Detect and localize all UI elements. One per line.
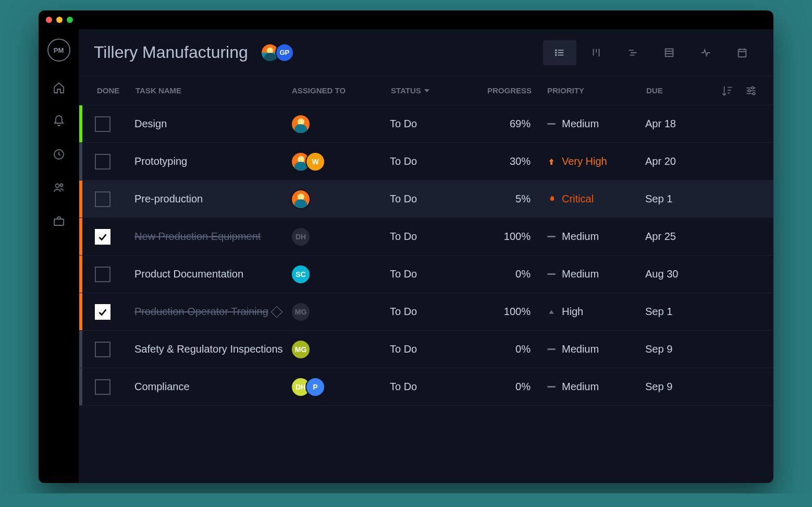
task-row[interactable]: New Production EquipmentDHTo Do100%Mediu… [79,218,773,256]
task-name[interactable]: Product Documentation [134,268,291,281]
view-tab-calendar[interactable] [725,40,759,65]
assignees[interactable]: DHP [291,377,390,397]
progress-cell[interactable]: 100% [473,306,546,318]
priority-cell[interactable]: Medium [546,343,645,355]
task-name[interactable]: Pre-production [134,192,291,206]
view-tab-activity[interactable] [689,40,722,65]
avatar[interactable] [291,114,311,134]
status-cell[interactable]: To Do [390,343,473,355]
task-name[interactable]: Safety & Regulatory Inspections [134,343,291,356]
priority-cell[interactable]: Medium [546,118,645,130]
view-tab-list[interactable] [543,40,576,65]
priority-cell[interactable]: Medium [546,268,645,280]
assignees[interactable]: DH [291,227,390,247]
col-header-task[interactable]: TASK NAME [136,86,292,95]
done-checkbox[interactable] [95,191,110,207]
assignees[interactable] [291,114,390,134]
due-cell[interactable]: Sep 9 [645,343,718,355]
due-cell[interactable]: Sep 9 [645,381,718,393]
task-row[interactable]: Production Operator TrainingMGTo Do100%H… [79,293,773,331]
avatar[interactable]: SC [291,264,311,284]
done-checkbox[interactable] [95,229,110,245]
progress-cell[interactable]: 0% [473,268,546,280]
avatar[interactable]: DH [291,227,311,247]
assignees[interactable] [291,189,390,209]
status-cell[interactable]: To Do [390,268,473,280]
due-cell[interactable]: Sep 1 [645,306,718,318]
progress-cell[interactable]: 0% [473,381,546,393]
col-header-assigned[interactable]: ASSIGNED TO [292,86,391,95]
view-tab-kanban[interactable] [580,40,613,65]
bell-icon[interactable] [52,114,66,128]
status-cell[interactable]: To Do [390,381,473,393]
people-icon[interactable] [52,180,66,195]
priority-cell[interactable]: High [546,306,645,318]
assignees[interactable]: MG [291,340,390,359]
task-row[interactable]: Safety & Regulatory InspectionsMGTo Do0%… [79,331,773,368]
col-header-priority[interactable]: PRIORITY [547,86,646,95]
view-tab-gantt[interactable] [616,40,649,65]
avatar[interactable]: MG [291,340,311,359]
done-checkbox[interactable] [95,267,110,282]
window-minimize-button[interactable] [56,17,63,23]
svg-rect-3 [54,219,64,225]
sort-icon[interactable] [719,83,735,99]
done-checkbox[interactable] [95,304,110,320]
avatar[interactable] [291,189,311,209]
done-checkbox[interactable] [95,342,110,357]
task-name[interactable]: Prototyping [134,155,291,168]
status-cell[interactable]: To Do [390,231,473,243]
status-cell[interactable]: To Do [390,193,473,205]
task-name[interactable]: New Production Equipment [134,230,291,243]
progress-cell[interactable]: 69% [473,118,546,130]
done-checkbox[interactable] [95,154,110,170]
avatar[interactable]: GP [275,43,294,62]
view-tab-sheet[interactable] [653,40,686,65]
due-cell[interactable]: Apr 20 [645,155,718,167]
filter-icon[interactable] [743,83,759,99]
due-cell[interactable]: Apr 25 [645,231,718,243]
priority-cell[interactable]: Critical [546,193,645,205]
progress-cell[interactable]: 0% [473,343,546,355]
done-checkbox[interactable] [95,116,110,132]
window-maximize-button[interactable] [67,17,73,23]
task-row[interactable]: DesignTo Do69%MediumApr 18 [79,105,773,143]
due-cell[interactable]: Apr 18 [645,118,718,130]
progress-cell[interactable]: 5% [473,193,546,205]
briefcase-icon[interactable] [52,214,66,228]
progress-cell[interactable]: 100% [473,231,546,243]
task-name[interactable]: Compliance [134,380,291,393]
status-cell[interactable]: To Do [390,155,473,167]
sidebar: PM [39,29,79,483]
task-row[interactable]: ComplianceDHPTo Do0%MediumSep 9 [79,368,773,406]
col-header-status[interactable]: STATUS [391,86,474,95]
task-name[interactable]: Design [134,117,291,130]
status-cell[interactable]: To Do [390,306,473,318]
assignees[interactable]: W [291,152,390,172]
col-header-due[interactable]: DUE [646,86,719,95]
priority-cell[interactable]: Medium [546,381,645,393]
task-name[interactable]: Production Operator Training [134,305,291,318]
due-cell[interactable]: Sep 1 [645,193,718,205]
assignees[interactable]: MG [291,302,390,322]
avatar[interactable]: P [305,377,325,397]
project-members[interactable]: GP [261,43,294,62]
window-close-button[interactable] [46,17,52,23]
task-row[interactable]: PrototypingWTo Do30%Very HighApr 20 [79,143,773,180]
avatar[interactable]: MG [291,302,311,322]
priority-cell[interactable]: Very High [546,155,645,167]
app-logo[interactable]: PM [47,39,70,62]
due-cell[interactable]: Aug 30 [645,268,718,280]
col-header-done[interactable]: DONE [83,86,136,95]
home-icon[interactable] [52,80,66,95]
col-header-progress[interactable]: PROGRESS [474,86,547,95]
status-cell[interactable]: To Do [390,118,473,130]
progress-cell[interactable]: 30% [473,155,546,167]
task-row[interactable]: Product DocumentationSCTo Do0%MediumAug … [79,256,773,293]
priority-cell[interactable]: Medium [546,231,645,243]
clock-icon[interactable] [52,147,66,162]
done-checkbox[interactable] [95,379,110,395]
assignees[interactable]: SC [291,264,390,284]
avatar[interactable]: W [305,152,325,172]
task-row[interactable]: Pre-productionTo Do5%CriticalSep 1 [79,180,773,218]
